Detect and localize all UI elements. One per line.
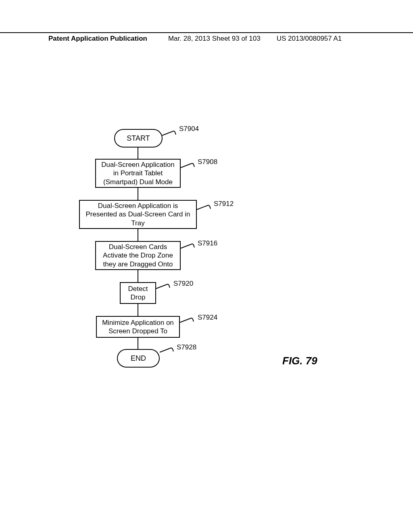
header-date-sheet: Mar. 28, 2013 Sheet 93 of 103: [147, 35, 261, 43]
ref-step-2: S7912: [214, 200, 234, 208]
header-publication: Patent Application Publication: [0, 35, 147, 43]
ref-step-1: S7908: [198, 158, 217, 166]
terminator-start: START: [114, 129, 163, 148]
connector-5: [138, 304, 138, 316]
process-step-5: Minimize Application on Screen Dropped T…: [96, 316, 180, 338]
lead-step-5: [180, 316, 196, 326]
connector-6: [138, 338, 138, 349]
header-pubnumber: US 2013/0080957 A1: [261, 35, 342, 43]
ref-start: S7904: [179, 125, 199, 133]
terminator-end: END: [117, 349, 160, 368]
lead-end: [160, 346, 176, 356]
ref-step-5: S7924: [198, 314, 217, 322]
connector-4: [138, 270, 138, 282]
connector-3: [138, 229, 138, 241]
lead-start: [162, 129, 178, 139]
process-step-2: Dual-Screen Application is Presented as …: [79, 200, 197, 229]
process-step-1: Dual-Screen Application in Portrait Tabl…: [95, 159, 181, 188]
ref-end: S7928: [177, 343, 196, 351]
connector-2: [138, 188, 138, 200]
flowchart: START S7904 Dual-Screen Application in P…: [0, 121, 413, 423]
process-step-4: Detect Drop: [120, 282, 156, 304]
lead-step-2: [197, 203, 213, 214]
lead-step-3: [181, 242, 197, 252]
lead-step-4: [156, 282, 172, 293]
connector-1: [138, 148, 138, 159]
page-header: Patent Application Publication Mar. 28, …: [0, 32, 413, 43]
lead-step-1: [181, 161, 197, 172]
figure-caption: FIG. 79: [282, 355, 317, 367]
ref-step-4: S7920: [173, 280, 193, 288]
process-step-3: Dual-Screen Cards Activate the Drop Zone…: [95, 241, 181, 270]
ref-step-3: S7916: [198, 239, 217, 247]
